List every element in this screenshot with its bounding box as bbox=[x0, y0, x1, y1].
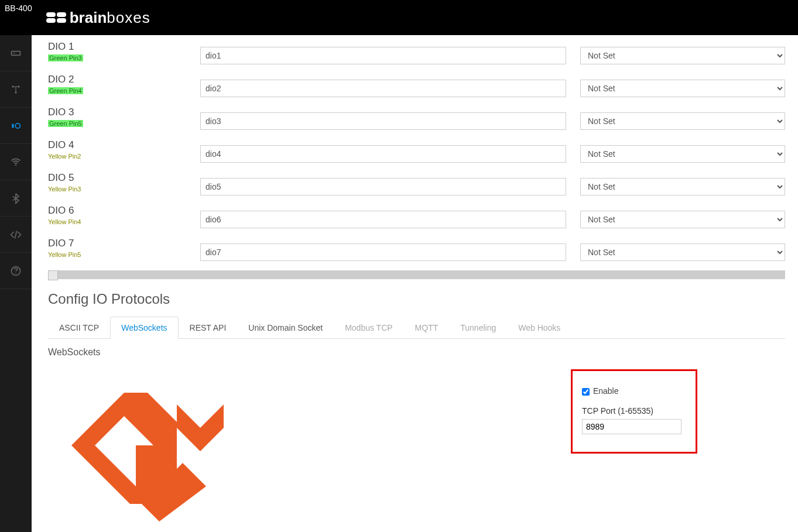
dio-value-input[interactable] bbox=[200, 145, 566, 163]
dio-name: DIO 5 bbox=[48, 172, 189, 184]
svg-point-1 bbox=[13, 53, 14, 54]
dio-pin-badge: Green Pin4 bbox=[48, 87, 83, 94]
dio-row: DIO 7Yellow Pin5Not Set bbox=[48, 238, 785, 261]
protocol-tabs: ASCII TCPWebSocketsREST APIUnix Domain S… bbox=[48, 317, 785, 339]
sidebar-item-network[interactable] bbox=[0, 71, 32, 108]
io-icon bbox=[10, 120, 22, 132]
dio-pin-badge: Yellow Pin3 bbox=[48, 186, 81, 193]
dio-pin-badge: Green Pin3 bbox=[48, 54, 83, 61]
dio-select[interactable]: Not Set bbox=[580, 80, 785, 97]
dio-pin-badge: Yellow Pin5 bbox=[48, 251, 81, 258]
sidebar-item-bluetooth[interactable] bbox=[0, 180, 32, 217]
dio-value-input[interactable] bbox=[200, 211, 566, 228]
tab-mqtt: MQTT bbox=[404, 317, 450, 339]
tab-ascii-tcp[interactable]: ASCII TCP bbox=[48, 317, 110, 339]
horizontal-scrollbar[interactable] bbox=[48, 270, 785, 279]
app-header: BB-400 brainboxes bbox=[0, 0, 798, 35]
dio-row: DIO 3Green Pin5Not Set bbox=[48, 107, 785, 130]
dio-row: DIO 1Green Pin3Not Set bbox=[48, 41, 785, 64]
svg-point-7 bbox=[15, 123, 20, 128]
device-model: BB-400 bbox=[5, 4, 32, 13]
sidebar-item-io-config[interactable] bbox=[0, 108, 32, 144]
brand-logo-text: brainboxes bbox=[70, 9, 150, 27]
enable-checkbox[interactable] bbox=[582, 388, 590, 396]
device-icon bbox=[10, 47, 22, 59]
dio-select[interactable]: Not Set bbox=[580, 243, 785, 261]
websockets-logo-icon bbox=[48, 369, 230, 521]
dio-name: DIO 2 bbox=[48, 74, 189, 85]
sidebar-nav bbox=[0, 35, 32, 532]
websockets-title: WebSockets bbox=[48, 347, 785, 358]
help-icon bbox=[10, 265, 22, 277]
svg-point-8 bbox=[15, 164, 17, 166]
svg-marker-13 bbox=[177, 404, 224, 451]
svg-point-10 bbox=[15, 273, 16, 274]
wifi-icon bbox=[10, 156, 22, 168]
tcp-port-label: TCP Port (1-65535) bbox=[582, 406, 686, 416]
dio-value-input[interactable] bbox=[200, 80, 566, 97]
dio-value-input[interactable] bbox=[200, 243, 566, 261]
sidebar-item-wifi[interactable] bbox=[0, 144, 32, 180]
tab-tunneling: Tunneling bbox=[449, 317, 507, 339]
section-title: Config IO Protocols bbox=[48, 291, 785, 307]
svg-rect-6 bbox=[12, 123, 13, 128]
dio-select[interactable]: Not Set bbox=[580, 47, 785, 64]
dio-select[interactable]: Not Set bbox=[580, 112, 785, 130]
tab-unix-domain-socket[interactable]: Unix Domain Socket bbox=[237, 317, 334, 339]
dio-pin-badge: Yellow Pin4 bbox=[48, 218, 81, 225]
tab-modbus-tcp: Modbus TCP bbox=[334, 317, 403, 339]
enable-checkbox-label[interactable]: Enable bbox=[582, 386, 618, 396]
dio-name: DIO 3 bbox=[48, 107, 189, 118]
tab-rest-api[interactable]: REST API bbox=[179, 317, 238, 339]
dio-value-input[interactable] bbox=[200, 178, 566, 195]
sidebar-item-code[interactable] bbox=[0, 217, 32, 253]
dio-name: DIO 1 bbox=[48, 41, 189, 53]
dio-row: DIO 6Yellow Pin4Not Set bbox=[48, 205, 785, 228]
svg-point-2 bbox=[15, 53, 16, 54]
dio-name: DIO 6 bbox=[48, 205, 189, 217]
dio-name: DIO 7 bbox=[48, 238, 189, 249]
tab-websockets[interactable]: WebSockets bbox=[110, 317, 178, 339]
dio-select[interactable]: Not Set bbox=[580, 211, 785, 228]
dio-row: DIO 2Green Pin4Not Set bbox=[48, 74, 785, 97]
main-content: DIO 1Green Pin3Not SetDIO 2Green Pin4Not… bbox=[32, 35, 798, 532]
bluetooth-icon bbox=[10, 193, 22, 204]
dio-value-input[interactable] bbox=[200, 47, 566, 64]
svg-rect-0 bbox=[12, 51, 20, 55]
dio-name: DIO 4 bbox=[48, 139, 189, 151]
sidebar-item-device[interactable] bbox=[0, 35, 32, 71]
nodes-icon bbox=[10, 84, 22, 95]
tab-web-hooks: Web Hooks bbox=[507, 317, 571, 339]
dio-select[interactable]: Not Set bbox=[580, 178, 785, 195]
brand-logo-icon bbox=[44, 7, 67, 28]
sidebar-item-help[interactable] bbox=[0, 253, 32, 289]
websockets-config-panel: Enable TCP Port (1-65535) bbox=[571, 369, 697, 454]
code-icon bbox=[10, 229, 22, 241]
dio-pin-badge: Green Pin5 bbox=[48, 120, 83, 127]
dio-pin-badge: Yellow Pin2 bbox=[48, 153, 81, 160]
dio-select[interactable]: Not Set bbox=[580, 145, 785, 163]
tcp-port-input[interactable] bbox=[582, 419, 681, 434]
dio-row: DIO 5Yellow Pin3Not Set bbox=[48, 172, 785, 195]
dio-row: DIO 4Yellow Pin2Not Set bbox=[48, 139, 785, 163]
brand-logo: brainboxes bbox=[44, 7, 150, 28]
dio-value-input[interactable] bbox=[200, 112, 566, 130]
